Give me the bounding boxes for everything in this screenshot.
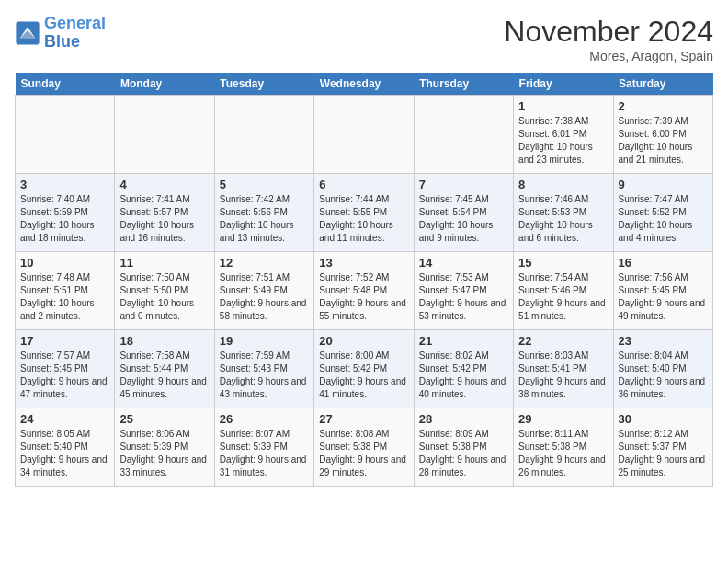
calendar-cell: 14Sunrise: 7:53 AM Sunset: 5:47 PM Dayli… xyxy=(414,252,513,330)
day-number: 25 xyxy=(119,412,209,426)
calendar-cell xyxy=(414,96,513,174)
calendar-cell: 10Sunrise: 7:48 AM Sunset: 5:51 PM Dayli… xyxy=(16,252,115,330)
calendar-cell: 29Sunrise: 8:11 AM Sunset: 5:38 PM Dayli… xyxy=(514,408,613,487)
calendar-cell: 26Sunrise: 8:07 AM Sunset: 5:39 PM Dayli… xyxy=(214,408,313,487)
calendar-week-row: 17Sunrise: 7:57 AM Sunset: 5:45 PM Dayli… xyxy=(16,330,713,408)
day-number: 20 xyxy=(319,334,408,348)
cell-info: Sunrise: 7:56 AM Sunset: 5:45 PM Dayligh… xyxy=(619,271,708,323)
day-number: 2 xyxy=(619,99,708,113)
cell-info: Sunrise: 8:12 AM Sunset: 5:37 PM Dayligh… xyxy=(619,428,708,479)
day-number: 1 xyxy=(518,99,608,113)
location: Mores, Aragon, Spain xyxy=(504,49,713,63)
calendar-cell: 12Sunrise: 7:51 AM Sunset: 5:49 PM Dayli… xyxy=(214,252,313,330)
calendar-cell: 6Sunrise: 7:44 AM Sunset: 5:55 PM Daylig… xyxy=(314,174,414,252)
calendar-cell: 27Sunrise: 8:08 AM Sunset: 5:38 PM Dayli… xyxy=(314,408,414,487)
calendar-cell: 28Sunrise: 8:09 AM Sunset: 5:38 PM Dayli… xyxy=(414,408,513,487)
calendar-cell: 23Sunrise: 8:04 AM Sunset: 5:40 PM Dayli… xyxy=(613,330,712,408)
day-number: 22 xyxy=(518,334,608,348)
calendar-cell: 30Sunrise: 8:12 AM Sunset: 5:37 PM Dayli… xyxy=(613,408,712,487)
calendar-cell: 20Sunrise: 8:00 AM Sunset: 5:42 PM Dayli… xyxy=(314,330,414,408)
calendar-cell: 24Sunrise: 8:05 AM Sunset: 5:40 PM Dayli… xyxy=(16,408,115,487)
month-title: November 2024 xyxy=(504,15,713,49)
day-number: 15 xyxy=(518,256,608,270)
calendar-week-row: 10Sunrise: 7:48 AM Sunset: 5:51 PM Dayli… xyxy=(16,252,713,330)
calendar-day-header: Wednesday xyxy=(314,73,414,96)
cell-info: Sunrise: 7:40 AM Sunset: 5:59 PM Dayligh… xyxy=(20,193,109,245)
calendar-cell: 17Sunrise: 7:57 AM Sunset: 5:45 PM Dayli… xyxy=(16,330,115,408)
calendar-cell xyxy=(314,96,414,174)
cell-info: Sunrise: 7:39 AM Sunset: 6:00 PM Dayligh… xyxy=(619,115,708,167)
cell-info: Sunrise: 8:00 AM Sunset: 5:42 PM Dayligh… xyxy=(319,350,408,401)
calendar-cell: 13Sunrise: 7:52 AM Sunset: 5:48 PM Dayli… xyxy=(314,252,414,330)
calendar-cell: 22Sunrise: 8:03 AM Sunset: 5:41 PM Dayli… xyxy=(514,330,613,408)
day-number: 4 xyxy=(119,178,209,191)
calendar-cell: 9Sunrise: 7:47 AM Sunset: 5:52 PM Daylig… xyxy=(613,174,712,252)
day-number: 23 xyxy=(619,334,708,348)
day-number: 3 xyxy=(20,178,109,191)
day-number: 7 xyxy=(419,178,508,191)
day-number: 5 xyxy=(220,178,309,191)
calendar-day-header: Friday xyxy=(514,73,613,96)
day-number: 18 xyxy=(119,334,209,348)
cell-info: Sunrise: 8:03 AM Sunset: 5:41 PM Dayligh… xyxy=(518,350,608,401)
cell-info: Sunrise: 7:44 AM Sunset: 5:55 PM Dayligh… xyxy=(319,193,408,245)
calendar-table: SundayMondayTuesdayWednesdayThursdayFrid… xyxy=(15,73,713,487)
cell-info: Sunrise: 7:52 AM Sunset: 5:48 PM Dayligh… xyxy=(319,271,408,323)
cell-info: Sunrise: 7:51 AM Sunset: 5:49 PM Dayligh… xyxy=(220,271,309,323)
day-number: 29 xyxy=(518,412,608,426)
logo: General Blue xyxy=(15,15,106,52)
logo-icon xyxy=(15,20,40,46)
day-number: 30 xyxy=(619,412,708,426)
title-block: November 2024 Mores, Aragon, Spain xyxy=(504,15,713,63)
calendar-day-header: Sunday xyxy=(16,73,115,96)
cell-info: Sunrise: 7:54 AM Sunset: 5:46 PM Dayligh… xyxy=(518,271,608,323)
cell-info: Sunrise: 8:02 AM Sunset: 5:42 PM Dayligh… xyxy=(419,350,508,401)
calendar-cell: 19Sunrise: 7:59 AM Sunset: 5:43 PM Dayli… xyxy=(214,330,313,408)
day-number: 6 xyxy=(319,178,408,191)
calendar-cell xyxy=(115,96,214,174)
day-number: 19 xyxy=(220,334,309,348)
calendar-week-row: 1Sunrise: 7:38 AM Sunset: 6:01 PM Daylig… xyxy=(16,96,713,174)
cell-info: Sunrise: 7:53 AM Sunset: 5:47 PM Dayligh… xyxy=(419,271,508,323)
cell-info: Sunrise: 8:08 AM Sunset: 5:38 PM Dayligh… xyxy=(319,428,408,479)
day-number: 11 xyxy=(119,256,209,270)
cell-info: Sunrise: 8:05 AM Sunset: 5:40 PM Dayligh… xyxy=(20,428,109,479)
calendar-cell: 18Sunrise: 7:58 AM Sunset: 5:44 PM Dayli… xyxy=(115,330,214,408)
day-number: 13 xyxy=(319,256,408,270)
calendar-cell: 2Sunrise: 7:39 AM Sunset: 6:00 PM Daylig… xyxy=(613,96,712,174)
calendar-day-header: Tuesday xyxy=(214,73,313,96)
day-number: 17 xyxy=(20,334,109,348)
day-number: 28 xyxy=(419,412,508,426)
page-header: General Blue November 2024 Mores, Aragon… xyxy=(15,15,713,63)
calendar-cell: 16Sunrise: 7:56 AM Sunset: 5:45 PM Dayli… xyxy=(613,252,712,330)
calendar-cell: 11Sunrise: 7:50 AM Sunset: 5:50 PM Dayli… xyxy=(115,252,214,330)
cell-info: Sunrise: 7:46 AM Sunset: 5:53 PM Dayligh… xyxy=(518,193,608,245)
cell-info: Sunrise: 7:48 AM Sunset: 5:51 PM Dayligh… xyxy=(20,271,109,323)
calendar-day-header: Saturday xyxy=(613,73,712,96)
calendar-cell: 1Sunrise: 7:38 AM Sunset: 6:01 PM Daylig… xyxy=(514,96,613,174)
calendar-cell xyxy=(214,96,313,174)
calendar-week-row: 24Sunrise: 8:05 AM Sunset: 5:40 PM Dayli… xyxy=(16,408,713,487)
day-number: 14 xyxy=(419,256,508,270)
cell-info: Sunrise: 8:04 AM Sunset: 5:40 PM Dayligh… xyxy=(619,350,708,401)
calendar-cell: 5Sunrise: 7:42 AM Sunset: 5:56 PM Daylig… xyxy=(214,174,313,252)
cell-info: Sunrise: 7:58 AM Sunset: 5:44 PM Dayligh… xyxy=(119,350,209,401)
calendar-cell: 8Sunrise: 7:46 AM Sunset: 5:53 PM Daylig… xyxy=(514,174,613,252)
cell-info: Sunrise: 7:47 AM Sunset: 5:52 PM Dayligh… xyxy=(619,193,708,245)
cell-info: Sunrise: 8:11 AM Sunset: 5:38 PM Dayligh… xyxy=(518,428,608,479)
day-number: 9 xyxy=(619,178,708,191)
cell-info: Sunrise: 7:57 AM Sunset: 5:45 PM Dayligh… xyxy=(20,350,109,401)
cell-info: Sunrise: 7:38 AM Sunset: 6:01 PM Dayligh… xyxy=(518,115,608,167)
cell-info: Sunrise: 8:06 AM Sunset: 5:39 PM Dayligh… xyxy=(119,428,209,479)
calendar-cell: 15Sunrise: 7:54 AM Sunset: 5:46 PM Dayli… xyxy=(514,252,613,330)
calendar-day-header: Thursday xyxy=(414,73,513,96)
day-number: 8 xyxy=(518,178,608,191)
cell-info: Sunrise: 7:45 AM Sunset: 5:54 PM Dayligh… xyxy=(419,193,508,245)
cell-info: Sunrise: 7:41 AM Sunset: 5:57 PM Dayligh… xyxy=(119,193,209,245)
cell-info: Sunrise: 8:09 AM Sunset: 5:38 PM Dayligh… xyxy=(419,428,508,479)
calendar-header-row: SundayMondayTuesdayWednesdayThursdayFrid… xyxy=(16,73,713,96)
day-number: 16 xyxy=(619,256,708,270)
cell-info: Sunrise: 7:59 AM Sunset: 5:43 PM Dayligh… xyxy=(220,350,309,401)
calendar-cell: 3Sunrise: 7:40 AM Sunset: 5:59 PM Daylig… xyxy=(16,174,115,252)
day-number: 27 xyxy=(319,412,408,426)
